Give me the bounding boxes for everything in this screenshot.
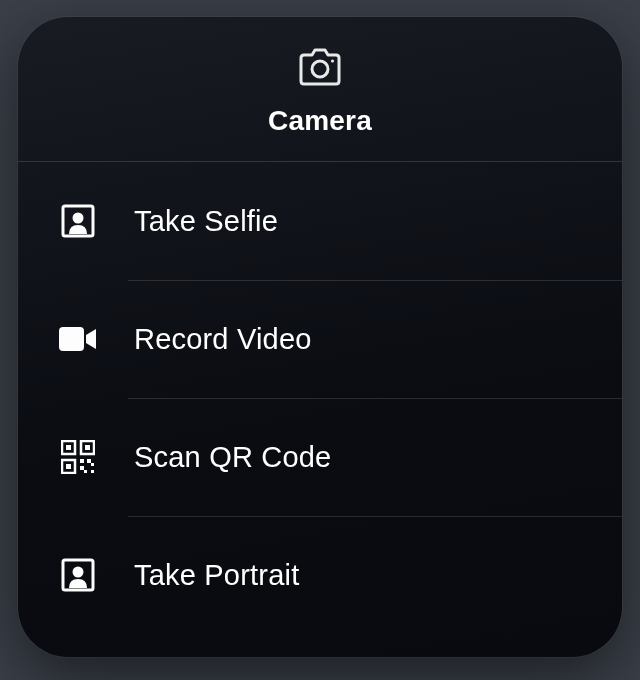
menu-item-label: Take Portrait [134,559,299,592]
camera-icon [295,47,345,91]
menu-item-record-video[interactable]: Record Video [58,280,622,398]
svg-point-3 [73,213,84,224]
divider [128,516,622,517]
svg-rect-16 [91,470,94,473]
svg-rect-15 [84,470,87,473]
camera-quick-actions-menu: Camera Take Selfie Record Video [18,17,622,657]
svg-rect-12 [87,459,91,463]
video-icon [58,319,98,359]
svg-rect-11 [80,459,84,463]
menu-item-label: Scan QR Code [134,441,331,474]
svg-point-1 [331,59,334,62]
selfie-icon [58,201,98,241]
svg-point-0 [312,61,328,77]
svg-rect-14 [91,463,94,466]
svg-rect-4 [59,327,84,351]
divider [128,280,622,281]
menu-header: Camera [18,17,622,162]
portrait-icon [58,555,98,595]
menu-item-take-portrait[interactable]: Take Portrait [58,516,622,634]
svg-rect-8 [85,445,90,450]
menu-list: Take Selfie Record Video [18,162,622,634]
qr-icon [58,437,98,477]
divider [128,398,622,399]
svg-rect-13 [80,466,84,470]
menu-item-label: Record Video [134,323,312,356]
svg-rect-6 [66,445,71,450]
menu-title: Camera [268,105,372,137]
menu-item-take-selfie[interactable]: Take Selfie [58,162,622,280]
menu-item-scan-qr[interactable]: Scan QR Code [58,398,622,516]
svg-point-18 [73,567,84,578]
menu-item-label: Take Selfie [134,205,278,238]
svg-rect-10 [66,464,71,469]
